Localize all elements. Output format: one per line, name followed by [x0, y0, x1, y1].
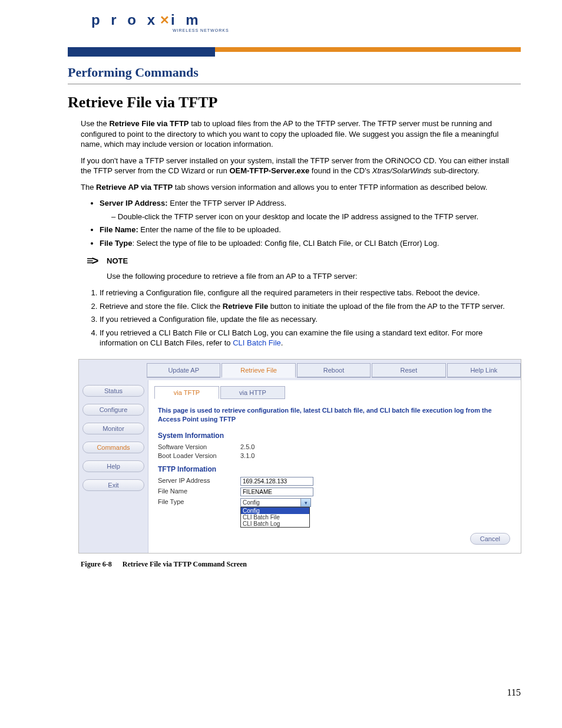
logo-text-1: p r o x [91, 12, 158, 28]
screen-description: This page is used to retrieve configurat… [158, 406, 510, 424]
step-1: If retrieving a Configuration file, conf… [100, 288, 521, 298]
bullet-server-ip-sub: Double-click the TFTP server icon on you… [111, 212, 521, 222]
figure-caption: Figure 6-8Retrieve File via TFTP Command… [81, 559, 521, 569]
nav-status[interactable]: Status [82, 385, 144, 397]
paragraph-2: If you don't have a TFTP server installe… [81, 156, 521, 176]
file-name-label: File Name [158, 487, 240, 496]
header-divider [68, 47, 521, 59]
tab-help-link[interactable]: Help Link [447, 363, 521, 378]
file-type-dropdown[interactable]: Config CLI Batch File CLI Batch Log [240, 507, 310, 528]
bootloader-version-label: Boot Loader Version [158, 452, 240, 459]
logo-text-2: i m [171, 12, 202, 28]
bullet-file-name: File Name: Enter the name of the file to… [100, 225, 521, 235]
paragraph-1: Use the Retrieve File via TFTP tab to up… [81, 118, 521, 150]
page-title: Retrieve File via TFTP [68, 94, 521, 111]
nav-exit[interactable]: Exit [82, 479, 144, 491]
section-heading: Performing Commands [68, 65, 521, 80]
logo-subtext: WIRELESS NETWORKS [173, 28, 229, 32]
nav-commands[interactable]: Commands [82, 442, 144, 453]
nav-monitor[interactable]: Monitor [82, 423, 144, 434]
note-text: Use the following procedure to retrieve … [107, 271, 521, 282]
note-label: NOTE [107, 256, 128, 265]
file-name-input[interactable] [240, 487, 313, 496]
page-number: 115 [68, 687, 521, 698]
brand-logo: p r o x ✕ i m WIRELESS NETWORKS [91, 12, 521, 47]
horizontal-rule [68, 84, 521, 84]
dropdown-option[interactable]: CLI Batch File [241, 514, 309, 521]
system-info-heading: System Information [158, 431, 510, 440]
file-type-select[interactable]: Config ▾ [240, 498, 311, 507]
step-2: Retrieve and store the file. Click the R… [100, 301, 521, 312]
software-version-value: 2.5.0 [240, 443, 254, 450]
nav-configure[interactable]: Configure [82, 404, 144, 416]
dropdown-option[interactable]: CLI Batch Log [241, 521, 309, 527]
command-screen-figure: Update AP Retrieve File Reboot Reset Hel… [78, 359, 521, 554]
tab-reset[interactable]: Reset [372, 363, 445, 378]
server-ip-label: Server IP Address [158, 477, 240, 486]
nav-help[interactable]: Help [82, 460, 144, 472]
software-version-label: Software Version [158, 443, 240, 450]
note-arrow-icon: ≡> [87, 254, 107, 268]
tab-update-ap[interactable]: Update AP [147, 363, 220, 378]
bullet-server-ip: Server IP Address: Enter the TFTP server… [100, 198, 521, 222]
file-type-label: File Type [158, 498, 240, 528]
cancel-button[interactable]: Cancel [470, 533, 510, 545]
dropdown-option[interactable]: Config [241, 508, 309, 514]
cli-batch-file-link[interactable]: CLI Batch File [233, 338, 281, 347]
tab-retrieve-file[interactable]: Retrieve File [222, 363, 295, 378]
subtab-via-http[interactable]: via HTTP [220, 386, 285, 399]
tftp-info-heading: TFTP Information [158, 465, 510, 473]
server-ip-input[interactable] [240, 477, 313, 486]
chevron-down-icon[interactable]: ▾ [300, 499, 310, 506]
paragraph-3: The Retrieve AP via TFTP tab shows versi… [81, 182, 521, 193]
step-4: If you retrieved a CLI Batch File or CLI… [100, 328, 521, 348]
subtab-via-tftp[interactable]: via TFTP [154, 386, 219, 399]
logo-x-icon: ✕ [160, 13, 170, 27]
step-3: If you retrieved a Configuration file, u… [100, 314, 521, 325]
bootloader-version-value: 3.1.0 [240, 452, 254, 459]
bullet-file-type: File Type: Select the type of file to be… [100, 238, 521, 249]
tab-reboot[interactable]: Reboot [297, 363, 371, 378]
